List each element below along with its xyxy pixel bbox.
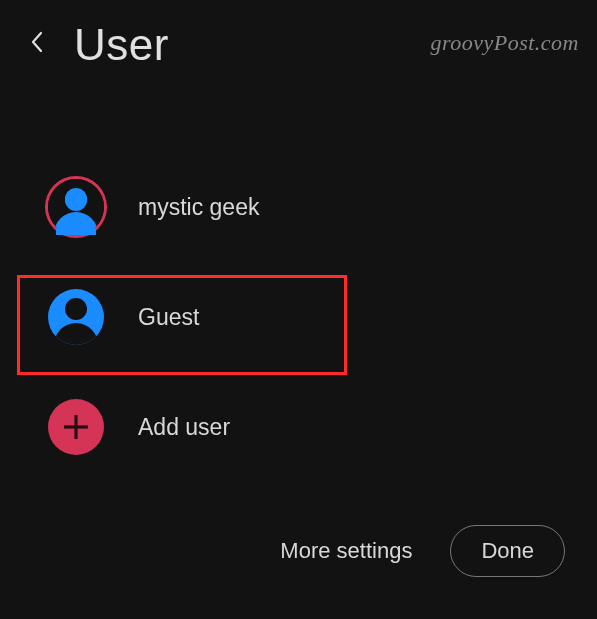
user-label: mystic geek	[138, 194, 259, 221]
more-settings-link[interactable]: More settings	[280, 538, 412, 564]
done-button[interactable]: Done	[450, 525, 565, 577]
avatar-selected	[48, 179, 104, 235]
user-item-mystic-geek[interactable]: mystic geek	[48, 165, 597, 249]
svg-point-4	[65, 188, 87, 210]
page-title: User	[74, 20, 169, 70]
add-user-item[interactable]: Add user	[48, 385, 597, 469]
add-icon	[48, 399, 104, 455]
user-item-guest[interactable]: Guest	[48, 275, 597, 359]
person-icon	[48, 289, 104, 345]
avatar	[48, 289, 104, 345]
plus-icon	[61, 412, 91, 442]
user-list: mystic geek Guest Add user	[0, 165, 597, 469]
user-label: Guest	[138, 304, 199, 331]
back-icon[interactable]	[30, 31, 44, 59]
person-icon	[48, 179, 104, 235]
add-user-label: Add user	[138, 414, 230, 441]
svg-point-8	[65, 298, 87, 320]
watermark: groovyPost.com	[430, 30, 579, 56]
footer: More settings Done	[280, 525, 565, 577]
